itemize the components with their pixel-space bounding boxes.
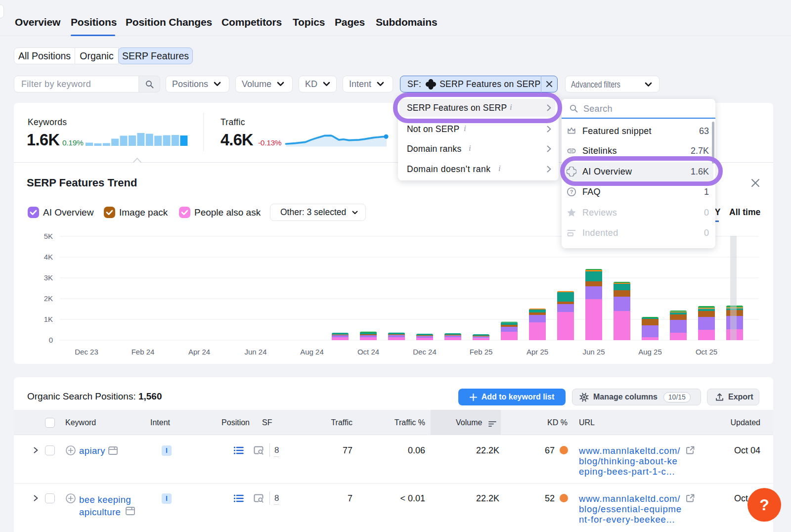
svg-text:Dec 23: Dec 23: [75, 348, 98, 356]
svg-text:0: 0: [49, 336, 53, 344]
svg-text:5K: 5K: [44, 232, 53, 240]
svg-text:Apr 24: Apr 24: [188, 348, 210, 356]
svg-text:?: ?: [570, 189, 573, 195]
svg-text:Apr 25: Apr 25: [527, 348, 548, 356]
svg-text:4K: 4K: [44, 253, 53, 261]
svg-text:Oct 25: Oct 25: [696, 348, 717, 356]
svg-text:Dec 24: Dec 24: [413, 348, 437, 356]
svg-text:Aug 24: Aug 24: [300, 348, 324, 356]
svg-text:Jun 24: Jun 24: [244, 348, 266, 356]
svg-text:Jun 25: Jun 25: [582, 348, 605, 356]
svg-text:Feb 24: Feb 24: [132, 348, 155, 356]
svg-text:Oct 24: Oct 24: [357, 348, 379, 356]
svg-text:Aug 25: Aug 25: [638, 348, 662, 356]
svg-text:2K: 2K: [44, 294, 53, 303]
svg-text:3K: 3K: [44, 273, 53, 282]
svg-text:Feb 25: Feb 25: [470, 348, 493, 356]
svg-text:1K: 1K: [44, 315, 53, 323]
